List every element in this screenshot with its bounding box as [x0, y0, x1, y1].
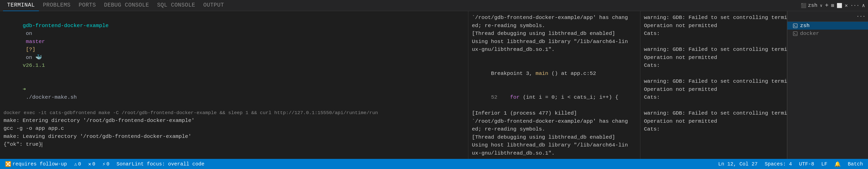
- status-left: 🔀 requires follow-up ⚠ 0 ✕ 0 ⚡ 0 SonarLi…: [3, 161, 206, 168]
- follow-up-text: requires follow-up: [12, 161, 67, 167]
- references-icon: ⚡: [102, 161, 105, 167]
- terminal-line: gdb-frontend-docker-example on master [?…: [3, 13, 465, 78]
- terminal-line: ed; re-reading symbols.: [472, 125, 637, 133]
- terminal-line: `/root/gdb-frontend-docker-example/app' …: [472, 117, 637, 125]
- spaces-text: Spaces: 4: [765, 161, 792, 167]
- terminal-middle[interactable]: `/root/gdb-frontend-docker-example/app' …: [468, 11, 640, 159]
- terminal-line: Cats:: [644, 93, 783, 102]
- terminal-line: gcc -g -o app app.c: [3, 124, 465, 133]
- terminal-line: warning: GDB: Failed to set controlling …: [644, 78, 783, 86]
- split-terminal-button[interactable]: ⊞: [831, 2, 834, 9]
- tab-sql-console[interactable]: SQL CONSOLE: [153, 0, 199, 11]
- error-count: 0: [92, 161, 95, 167]
- terminal-line: ed; re-reading symbols.: [472, 22, 637, 30]
- terminal-line: `/root/gdb-frontend-docker-example/app' …: [472, 13, 637, 22]
- terminal-line: {"ok": true}: [3, 140, 465, 148]
- terminal-line: Using host libthread_db library "/lib/aa…: [472, 141, 637, 149]
- encoding-text: UTF-8: [799, 161, 814, 167]
- terminal-line: [472, 157, 637, 159]
- terminal-sidebar: ··· zsh docker: [787, 11, 868, 159]
- terminal-line: Cats:: [644, 125, 783, 133]
- terminal-line: Operation not permitted: [644, 22, 783, 30]
- terminal-line: [644, 69, 783, 78]
- toolbar-icon: ···: [857, 13, 866, 19]
- tab-debug-console[interactable]: DEBUG CONSOLE: [100, 0, 153, 11]
- terminal-line: Cats:: [644, 61, 783, 69]
- maximize-button[interactable]: ⬜: [837, 3, 842, 8]
- tab-bar: TERMINAL PROBLEMS PORTS DEBUG CONSOLE SQ…: [0, 0, 868, 11]
- batch-text: Batch: [848, 161, 863, 167]
- error-icon: ✕: [88, 161, 91, 167]
- terminal-line: [3, 148, 465, 157]
- notification-icon: 🔔: [834, 161, 841, 167]
- new-terminal-button[interactable]: +: [825, 2, 828, 9]
- more-options-button[interactable]: ···: [850, 3, 860, 8]
- sidebar-item-zsh-label: zsh: [800, 23, 810, 29]
- cursor-position: Ln 12, Col 27: [718, 161, 757, 167]
- terminal-right[interactable]: warning: GDB: Failed to set controlling …: [641, 11, 787, 159]
- terminal-line: ux-gnu/libthread_db.so.1".: [472, 149, 637, 157]
- status-notification[interactable]: 🔔: [833, 161, 842, 168]
- terminal-line: warning: GDB: Failed to set controlling …: [644, 13, 783, 22]
- tab-problems[interactable]: PROBLEMS: [39, 0, 75, 11]
- terminal-line: make: Entering directory '/root/gdb-fron…: [3, 117, 465, 125]
- chevron-up-button[interactable]: ∧: [862, 2, 865, 9]
- terminal-line: Operation not permitted: [644, 117, 783, 125]
- terminal-line: ➜ ./docker-make.sh: [3, 78, 465, 109]
- svg-rect-0: [793, 24, 797, 28]
- status-warnings[interactable]: ⚠ 0: [72, 161, 83, 168]
- terminal-line: [644, 102, 783, 110]
- main-content: gdb-frontend-docker-example on master [?…: [0, 11, 868, 159]
- sonar-text: SonarLint focus: overall code: [117, 161, 205, 167]
- terminal-line: [Inferior 1 (process 477) killed]: [472, 109, 637, 117]
- terminal-line: 52 for (int i = 0; i < cats_i; i++) {: [472, 86, 637, 110]
- terminal-icon-docker: [793, 31, 798, 36]
- status-follow-up[interactable]: 🔀 requires follow-up: [3, 161, 68, 168]
- sidebar-item-zsh[interactable]: zsh: [787, 22, 868, 30]
- terminal-icon: ⬛: [801, 3, 806, 8]
- status-spaces[interactable]: Spaces: 4: [763, 161, 794, 167]
- warning-count: 0: [78, 161, 81, 167]
- status-right: Ln 12, Col 27 Spaces: 4 UTF-8 LF 🔔 Batch: [717, 161, 865, 168]
- dropdown-icon[interactable]: ∨: [820, 3, 823, 8]
- close-terminal-button[interactable]: ✕: [845, 2, 848, 9]
- terminal-line: [Thread debugging using libthread_db ena…: [472, 30, 637, 38]
- references-count: 0: [106, 161, 110, 167]
- terminal-line: [644, 38, 783, 46]
- status-batch[interactable]: Batch: [846, 161, 865, 167]
- terminal-line: make: Leaving directory '/root/gdb-front…: [3, 133, 465, 141]
- terminal-line: warning: GDB: Failed to set controlling …: [644, 109, 783, 117]
- tab-terminal[interactable]: TERMINAL: [3, 0, 39, 11]
- terminal-left[interactable]: gdb-frontend-docker-example on master [?…: [0, 11, 468, 159]
- terminal-line: Operation not permitted: [644, 54, 783, 62]
- repo-name: gdb-frontend-docker-example: [23, 23, 108, 29]
- terminal-line: [Thread debugging using libthread_db ena…: [472, 133, 637, 141]
- sidebar-item-docker[interactable]: docker: [787, 30, 868, 37]
- terminal-line: docker exec -it cats-gdbfrontend make -C…: [3, 109, 465, 117]
- warning-icon: ⚠: [74, 161, 77, 167]
- sidebar-item-docker-label: docker: [800, 31, 819, 36]
- terminal-line: ux-gnu/libthread_db.so.1".: [472, 46, 637, 54]
- line-ending-text: LF: [821, 161, 827, 167]
- status-errors[interactable]: ✕ 0: [87, 161, 97, 168]
- terminal-line: Cats:: [644, 30, 783, 38]
- status-encoding[interactable]: UTF-8: [798, 161, 816, 167]
- svg-rect-2: [793, 32, 797, 36]
- status-references[interactable]: ⚡ 0: [101, 161, 111, 168]
- active-shell-label: ⬛ zsh: [801, 3, 817, 8]
- tab-output[interactable]: OUTPUT: [199, 0, 228, 11]
- terminal-line: [472, 54, 637, 62]
- status-line-ending[interactable]: LF: [820, 161, 829, 167]
- terminal-line: warning: GDB: Failed to set controlling …: [644, 46, 783, 54]
- terminal-line: gdb-frontend-docker-example on master [?…: [3, 157, 465, 159]
- tab-ports[interactable]: PORTS: [74, 0, 100, 11]
- follow-up-icon: 🔀: [5, 161, 11, 167]
- zsh-label: zsh: [808, 3, 817, 8]
- terminal-line: Using host libthread_db library "/lib/aa…: [472, 38, 637, 46]
- status-sonar[interactable]: SonarLint focus: overall code: [115, 161, 206, 167]
- status-position[interactable]: Ln 12, Col 27: [717, 161, 759, 167]
- terminal-line: Breakpoint 3, main () at app.c:52: [472, 61, 637, 86]
- sidebar-toolbar: ···: [787, 11, 868, 22]
- terminal-line: Operation not permitted: [644, 86, 783, 94]
- status-bar: 🔀 requires follow-up ⚠ 0 ✕ 0 ⚡ 0 SonarLi…: [0, 159, 868, 169]
